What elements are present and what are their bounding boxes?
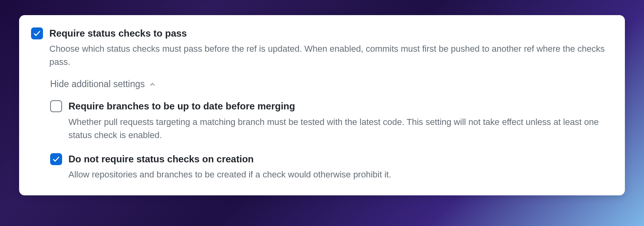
require-status-checks-title: Require status checks to pass xyxy=(49,27,613,40)
require-status-checks-row: Require status checks to pass Choose whi… xyxy=(31,27,613,68)
require-up-to-date-checkbox[interactable] xyxy=(50,100,62,112)
require-up-to-date-title: Require branches to be up to date before… xyxy=(68,100,613,113)
check-icon xyxy=(33,29,41,37)
check-icon xyxy=(52,155,60,163)
hide-additional-settings-toggle[interactable]: Hide additional settings xyxy=(50,79,613,90)
require-up-to-date-description: Whether pull requests targeting a matchi… xyxy=(68,115,613,142)
require-status-checks-description: Choose which status checks must pass bef… xyxy=(49,42,613,68)
no-require-on-creation-content: Do not require status checks on creation… xyxy=(68,153,613,181)
require-status-checks-checkbox[interactable] xyxy=(31,27,43,39)
require-up-to-date-content: Require branches to be up to date before… xyxy=(68,100,613,141)
hide-additional-settings-label: Hide additional settings xyxy=(50,79,145,90)
no-require-on-creation-title: Do not require status checks on creation xyxy=(68,153,613,166)
chevron-up-icon xyxy=(149,81,156,88)
no-require-on-creation-row: Do not require status checks on creation… xyxy=(50,153,613,181)
require-up-to-date-row: Require branches to be up to date before… xyxy=(50,100,613,141)
require-status-checks-content: Require status checks to pass Choose whi… xyxy=(49,27,613,68)
settings-card: Require status checks to pass Choose whi… xyxy=(19,15,625,195)
no-require-on-creation-checkbox[interactable] xyxy=(50,153,62,165)
no-require-on-creation-description: Allow repositories and branches to be cr… xyxy=(68,168,613,181)
